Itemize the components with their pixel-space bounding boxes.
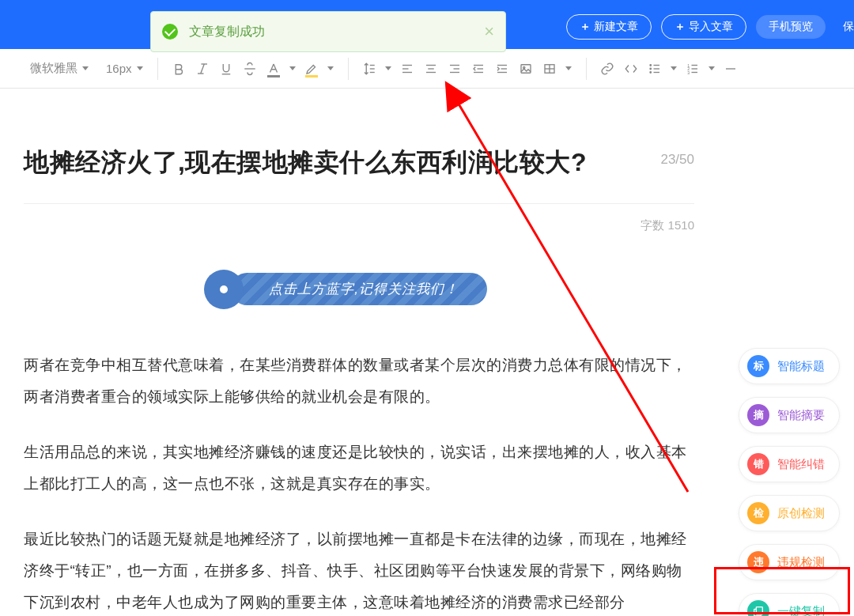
article-body[interactable]: 两者在竞争中相互替代意味着，在某些消费群体的数量或者某个层次的消费力总体有限的情… [0, 334, 718, 616]
check-circle-icon [162, 24, 178, 40]
svg-point-29 [650, 68, 652, 70]
violation-check-label: 违规检测 [777, 555, 825, 570]
table-button[interactable] [538, 58, 561, 80]
chevron-down-icon[interactable] [565, 66, 572, 70]
badge-icon: 摘 [747, 404, 769, 426]
paragraph[interactable]: 最近比较热门的话题无疑就是地摊经济了，以前摆地摊一直都是卡在法律的边缘，而现在，… [24, 523, 694, 616]
new-article-label: 新建文章 [594, 20, 638, 34]
font-size-select[interactable]: 16px [103, 62, 146, 75]
save-button[interactable]: 保 [835, 15, 854, 39]
smart-title-button[interactable]: 标 智能标题 [739, 348, 840, 384]
badge-icon: 检 [747, 502, 769, 524]
copy-document-icon [747, 600, 769, 616]
paragraph[interactable]: 生活用品总的来说，其实地摊经济赚钱的速度还是比较快的，说实话，出来摆地摊的人，收… [24, 436, 694, 500]
originality-check-button[interactable]: 检 原创检测 [739, 495, 840, 531]
one-click-copy-button[interactable]: 一键复制 [739, 593, 840, 616]
mobile-preview-button[interactable]: 手机预览 [756, 15, 826, 39]
plus-icon: ＋ [675, 20, 686, 34]
code-block-button[interactable] [620, 58, 642, 80]
font-size-value: 16px [106, 62, 132, 75]
title-row: 地摊经济火了,现在摆地摊卖什么东西利润比较大? 23/50 [0, 89, 718, 195]
smart-summary-button[interactable]: 摘 智能摘要 [739, 397, 840, 433]
mobile-preview-label: 手机预览 [769, 20, 813, 34]
violation-check-button[interactable]: 违 违规检测 [739, 544, 840, 580]
smart-title-label: 智能标题 [777, 359, 825, 374]
chevron-down-icon [137, 66, 143, 70]
helper-rail: 标 智能标题 摘 智能摘要 错 智能纠错 检 原创检测 违 违规检测 一键复制 [739, 348, 840, 616]
smart-summary-label: 智能摘要 [777, 408, 825, 423]
align-center-button[interactable] [420, 58, 442, 80]
line-height-button[interactable] [358, 58, 380, 80]
badge-icon: 错 [747, 453, 769, 475]
editor-area[interactable]: 地摊经济火了,现在摆地摊卖什么东西利润比较大? 23/50 字数 1510 点击… [0, 89, 718, 616]
import-article-button[interactable]: ＋导入文章 [661, 14, 746, 40]
plus-icon: ＋ [580, 20, 591, 34]
text-color-button[interactable] [263, 58, 285, 80]
align-right-button[interactable] [444, 58, 466, 80]
underline-button[interactable] [215, 58, 237, 80]
toast-success: 文章复制成功 × [150, 11, 506, 52]
badge-icon: 违 [747, 551, 769, 573]
top-bar-actions: ＋新建文章 ＋导入文章 手机预览 保 [566, 14, 854, 40]
unordered-list-button[interactable] [644, 58, 666, 80]
follow-banner[interactable]: 点击上方蓝字,记得关注我们！ [231, 273, 487, 305]
chevron-down-icon[interactable] [385, 66, 391, 70]
ordered-list-button[interactable]: 123 [682, 58, 704, 80]
one-click-copy-label: 一键复制 [777, 604, 825, 617]
chevron-down-icon[interactable] [327, 66, 334, 70]
link-button[interactable] [596, 58, 618, 80]
smart-proofread-label: 智能纠错 [777, 457, 825, 472]
indent-increase-button[interactable] [491, 58, 513, 80]
strikethrough-button[interactable] [239, 58, 261, 80]
svg-rect-41 [756, 607, 762, 614]
new-article-button[interactable]: ＋新建文章 [566, 14, 652, 40]
highlight-color-button[interactable] [300, 58, 323, 80]
horizontal-rule-button[interactable] [720, 58, 742, 80]
article-title-input[interactable]: 地摊经济火了,现在摆地摊卖什么东西利润比较大? [24, 145, 644, 180]
paragraph[interactable]: 两者在竞争中相互替代意味着，在某些消费群体的数量或者某个层次的消费力总体有限的情… [24, 350, 694, 413]
chevron-down-icon[interactable] [671, 66, 677, 70]
align-left-button[interactable] [396, 58, 418, 80]
chevron-down-icon[interactable] [709, 66, 715, 70]
import-article-label: 导入文章 [689, 20, 733, 34]
font-family-select[interactable]: 微软雅黑 [27, 61, 92, 76]
font-family-value: 微软雅黑 [30, 61, 77, 76]
image-button[interactable] [515, 58, 537, 80]
editor-wrap: 地摊经济火了,现在摆地摊卖什么东西利润比较大? 23/50 字数 1510 点击… [0, 89, 854, 616]
editor-toolbar: 微软雅黑 16px 123 [0, 49, 854, 89]
toast-close-button[interactable]: × [484, 23, 494, 40]
italic-button[interactable] [191, 58, 214, 80]
indent-decrease-button[interactable] [467, 58, 489, 80]
bold-button[interactable] [168, 58, 190, 80]
originality-check-label: 原创检测 [777, 506, 825, 521]
svg-rect-23 [521, 64, 531, 73]
badge-icon: 标 [747, 355, 769, 377]
svg-point-30 [650, 71, 652, 73]
smart-proofread-button[interactable]: 错 智能纠错 [739, 446, 840, 482]
svg-line-2 [200, 64, 204, 74]
word-count-label: 字数 1510 [0, 204, 718, 233]
svg-point-28 [650, 64, 652, 66]
chevron-down-icon [82, 66, 89, 70]
title-char-counter: 23/50 [660, 152, 694, 168]
banner-wrap: 点击上方蓝字,记得关注我们！ [0, 273, 718, 305]
svg-text:3: 3 [687, 70, 690, 74]
chevron-down-icon[interactable] [289, 66, 296, 70]
toast-message: 文章复制成功 [189, 24, 484, 40]
